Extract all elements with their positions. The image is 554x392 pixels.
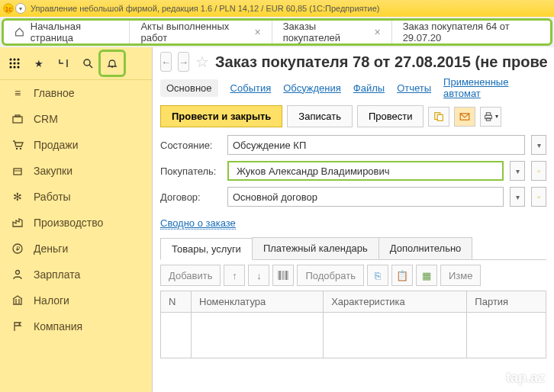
svg-rect-23 — [438, 114, 443, 120]
tab-label: Акты выполненных работ — [140, 21, 248, 43]
menu-icon: ≡ — [11, 86, 24, 100]
search-icon[interactable] — [76, 52, 99, 75]
subtab-reports[interactable]: Отчеты — [397, 82, 431, 94]
svg-point-6 — [14, 63, 16, 65]
main-area: ★ ≡Главное CRM Продажи Закупки ✻Работы П… — [0, 47, 554, 392]
app-title: Управление небольшой фирмой, редакция 1.… — [31, 4, 380, 13]
customer-dropdown-icon[interactable]: ▾ — [510, 161, 525, 181]
post-button[interactable]: Провести — [357, 105, 424, 127]
table-row[interactable] — [161, 313, 546, 358]
svg-rect-14 — [15, 115, 20, 117]
tab-home[interactable]: Начальная страница — [4, 21, 130, 43]
svg-point-5 — [10, 63, 12, 65]
subtab-files[interactable]: Файлы — [353, 82, 385, 94]
create-based-on-icon[interactable] — [428, 107, 449, 127]
sidebar-toolbar: ★ — [0, 47, 152, 80]
ruble-icon: ₽ — [11, 242, 24, 255]
factory-icon — [11, 216, 24, 230]
svg-rect-17 — [14, 169, 21, 175]
subtab-main[interactable]: Основное — [160, 79, 218, 97]
sidebar-item-money[interactable]: ₽Деньги — [0, 236, 152, 262]
customer-label: Покупатель: — [160, 165, 221, 177]
svg-line-12 — [89, 65, 92, 68]
title-dropdown-icon[interactable]: ▾ — [15, 3, 26, 14]
favorite-icon[interactable]: ☆ — [195, 53, 209, 71]
col-batch[interactable]: Партия — [467, 291, 546, 313]
svg-point-4 — [18, 59, 20, 61]
svg-text:1c: 1c — [5, 5, 12, 13]
apps-icon[interactable] — [3, 52, 26, 75]
subtab-discussions[interactable]: Обсуждения — [283, 82, 341, 94]
close-icon[interactable]: × — [255, 26, 261, 38]
state-label: Состояние: — [160, 140, 221, 151]
sidebar-item-sales[interactable]: Продажи — [0, 132, 152, 158]
contract-dropdown-icon[interactable]: ▾ — [510, 187, 525, 207]
move-up-icon[interactable]: ↑ — [224, 265, 245, 286]
state-dropdown-icon[interactable]: ▾ — [531, 135, 546, 155]
forward-button[interactable]: → — [178, 52, 189, 72]
order-summary-link[interactable]: Сводно о заказе — [160, 217, 236, 230]
sidebar-item-crm[interactable]: CRM — [0, 106, 152, 132]
post-and-close-button[interactable]: Провести и закрыть — [160, 105, 282, 127]
customer-open-icon[interactable]: ▫ — [531, 161, 546, 181]
contract-row: Договор: Основной договор ▾ ▫ — [160, 187, 546, 207]
edit-button[interactable]: Изме — [440, 265, 481, 286]
state-input[interactable]: Обсуждение КП — [227, 135, 525, 155]
split-icon[interactable]: ▦ — [416, 265, 437, 286]
back-button[interactable]: ← — [160, 52, 172, 72]
copy-icon[interactable]: ⎘ — [367, 265, 388, 286]
sidebar-item-production[interactable]: Производство — [0, 210, 152, 236]
contract-input[interactable]: Основной договор — [227, 187, 504, 207]
save-button[interactable]: Записать — [287, 105, 353, 127]
table-toolbar: Добавить ↑ ↓ Подобрать ⎘ 📋 ▦ Изме — [160, 260, 546, 291]
page-title: Заказ покупателя 78 от 27.08.2015 (не пр… — [215, 53, 548, 71]
sidebar-item-salary[interactable]: Зарплата — [0, 262, 152, 288]
subtab-events[interactable]: События — [230, 82, 272, 94]
subtab-applied[interactable]: Примененные автомат — [443, 76, 546, 99]
contract-open-icon[interactable]: ▫ — [531, 187, 546, 207]
svg-point-8 — [10, 66, 12, 69]
svg-rect-27 — [487, 117, 491, 120]
briefcase-icon — [11, 112, 24, 126]
bank-icon — [11, 294, 24, 307]
svg-rect-13 — [13, 117, 22, 123]
close-icon[interactable]: × — [374, 26, 380, 38]
print-icon[interactable]: ▾ — [480, 107, 501, 127]
col-characteristic[interactable]: Характеристика — [324, 291, 467, 313]
tab-label: Начальная страница — [31, 21, 119, 43]
state-row: Состояние: Обсуждение КП ▾ — [160, 135, 546, 155]
bell-icon[interactable] — [101, 52, 124, 75]
tab-acts[interactable]: Акты выполненных работ × — [130, 21, 272, 43]
svg-point-3 — [14, 59, 16, 61]
customer-input[interactable]: Жуков Александр Владимирович — [227, 161, 504, 181]
star-icon[interactable]: ★ — [27, 52, 50, 75]
svg-point-2 — [10, 59, 12, 61]
move-down-icon[interactable]: ↓ — [248, 265, 269, 286]
sidebar-item-works[interactable]: ✻Работы — [0, 184, 152, 210]
add-button[interactable]: Добавить — [160, 265, 221, 286]
select-button[interactable]: Подобрать — [297, 265, 363, 286]
svg-point-16 — [20, 148, 21, 149]
col-nomenclature[interactable]: Номенклатура — [192, 291, 324, 313]
history-icon[interactable] — [52, 52, 75, 75]
action-row: Провести и закрыть Записать Провести ▾ — [160, 105, 546, 127]
cart-icon — [11, 138, 24, 152]
tab-order-64[interactable]: Заказ покупателя 64 от 29.07.20 — [392, 21, 550, 43]
sidebar-item-taxes[interactable]: Налоги — [0, 288, 152, 313]
svg-point-9 — [14, 66, 16, 69]
watermark: tap.az — [506, 370, 545, 386]
paste-icon[interactable]: 📋 — [391, 265, 413, 286]
svg-rect-26 — [487, 112, 491, 115]
email-icon[interactable] — [454, 107, 475, 127]
inner-tab-goods[interactable]: Товары, услуги — [160, 238, 253, 260]
inner-tabs: Товары, услуги Платежный календарь Допол… — [160, 237, 546, 260]
barcode-icon[interactable] — [272, 265, 294, 286]
col-n[interactable]: N — [161, 291, 192, 313]
customer-row: Покупатель: Жуков Александр Владимирович… — [160, 161, 546, 181]
sidebar-item-purchases[interactable]: Закупки — [0, 158, 152, 184]
inner-tab-additional[interactable]: Дополнительно — [378, 237, 473, 259]
inner-tab-payment[interactable]: Платежный календарь — [252, 237, 379, 259]
tab-orders[interactable]: Заказы покупателей × — [272, 21, 392, 43]
sidebar-item-main[interactable]: ≡Главное — [0, 80, 152, 106]
sidebar-item-company[interactable]: Компания — [0, 313, 152, 339]
